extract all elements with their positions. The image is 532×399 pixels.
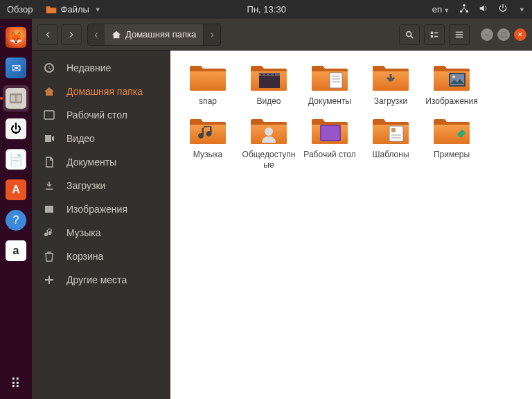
sidebar-item-desktop[interactable]: Рабочий стол [32,103,170,127]
svg-rect-2 [17,96,21,102]
chevron-down-icon: ▼ [95,6,101,13]
svg-point-14 [261,74,263,76]
folder-public[interactable]: Общедоступные [238,114,299,173]
folder-label: Документы [308,96,351,107]
dock-firefox[interactable]: 🦊 [3,24,29,51]
downloads-icon [43,179,55,192]
svg-rect-10 [456,36,463,37]
folder-icon [371,116,410,147]
sidebar-item-label: Домашняя папка [66,86,143,97]
sidebar-item-other[interactable]: Другие места [32,268,170,292]
svg-rect-27 [321,126,339,140]
sidebar-item-label: Недавние [66,62,111,73]
hamburger-button[interactable] [449,24,470,45]
folder-icon [188,116,227,147]
svg-rect-18 [330,73,342,88]
documents-icon [43,156,55,168]
svg-point-17 [274,74,275,76]
folder-music[interactable]: Музыка [177,114,238,173]
view-toggle-button[interactable] [424,24,445,45]
sidebar-item-home[interactable]: Домашняя папка [32,80,170,103]
folder-icon [432,116,471,147]
window-maximize[interactable]: ▢ [497,28,510,41]
folder-templates[interactable]: Шаблоны [360,114,421,173]
folder-desktop[interactable]: Рабочий стол [299,114,360,173]
window-minimize[interactable]: – [481,28,493,41]
folder-label: Загрузки [374,96,407,107]
app-menu-label: Файлы [61,4,89,15]
folder-pictures[interactable]: Изображения [421,60,482,109]
sidebar-item-pictures[interactable]: Изображения [32,197,170,221]
svg-rect-29 [391,128,396,132]
svg-point-3 [407,31,411,36]
sidebar-item-label: Загрузки [66,180,105,191]
dock-help[interactable]: ? [3,207,29,233]
sidebar-item-music[interactable]: Музыка [32,221,170,245]
folder-documents[interactable]: Документы [299,60,360,109]
folder-examples[interactable]: Примеры [421,114,482,173]
dock-amazon[interactable]: a [3,238,29,264]
svg-rect-4 [431,31,434,34]
window-close[interactable]: ✕ [514,28,526,41]
show-applications[interactable]: ⠿ [0,375,32,392]
chevron-down-icon: ▼ [519,6,525,13]
app-menu[interactable]: Файлы ▼ [46,4,101,15]
folder-label: Рабочий стол [303,150,355,160]
dock-files[interactable] [3,85,29,112]
folder-downloads[interactable]: Загрузки [360,60,421,109]
svg-rect-11 [44,111,54,119]
sidebar-item-trash[interactable]: Корзина [32,245,170,268]
path-segment-home[interactable]: Домашняя папка [105,24,204,45]
folder-icon [310,63,349,94]
clock[interactable]: Пн, 13:30 [107,4,427,15]
svg-point-15 [265,74,267,76]
folder-label: Общедоступные [240,150,298,170]
folder-label: Шаблоны [372,150,409,160]
svg-rect-1 [11,96,15,102]
pathbar[interactable]: ‹ Домашняя папка › [87,24,221,46]
activities-button[interactable]: Обзор [7,4,33,15]
sidebar-item-label: Другие места [66,274,127,285]
svg-point-16 [269,74,271,76]
input-lang[interactable]: en▼ [432,4,450,15]
svg-rect-5 [431,35,434,37]
svg-rect-6 [434,32,438,33]
search-button[interactable] [399,24,420,45]
folder-icon [432,63,471,94]
power-icon[interactable] [498,3,508,15]
dock-libreoffice[interactable]: 📄 [3,146,29,172]
desktop-icon [43,109,55,121]
sidebar-item-documents[interactable]: Документы [32,150,170,174]
sidebar: НедавниеДомашняя папкаРабочий столВидеоД… [32,51,170,399]
sidebar-item-downloads[interactable]: Загрузки [32,174,170,197]
recent-icon [43,62,55,74]
files-app-icon [46,5,57,15]
trash-icon [43,250,55,263]
dock-thunderbird[interactable]: ✉ [3,55,29,81]
dock-software[interactable]: A [3,177,29,203]
folder-videos[interactable]: Видео [238,60,299,109]
other-icon [43,274,55,286]
folder-icon [371,63,410,94]
dock-rhythmbox[interactable]: ⏻ [3,116,29,142]
sidebar-item-label: Видео [66,133,95,144]
videos-icon [43,132,55,145]
folder-label: Видео [256,96,281,107]
sidebar-item-recent[interactable]: Недавние [32,56,170,80]
music-icon [43,227,55,239]
volume-icon[interactable] [479,3,488,15]
folder-snap[interactable]: snap [177,60,238,109]
path-next-icon[interactable]: › [204,28,220,41]
folder-icon [310,116,349,147]
path-prev-icon[interactable]: ‹ [88,28,105,41]
svg-rect-8 [456,31,463,33]
content-area[interactable]: snap Видео Документы Загрузки Изображени… [170,51,532,399]
forward-button[interactable] [61,24,82,45]
folder-label: snap [199,96,217,107]
top-panel: Обзор Файлы ▼ Пн, 13:30 en▼ ▼ [0,0,532,19]
network-icon[interactable] [459,3,469,15]
sidebar-item-label: Корзина [66,251,103,262]
sidebar-item-videos[interactable]: Видео [32,127,170,150]
files-window: ‹ Домашняя папка › – ▢ ✕ НедавниеДомашня… [32,19,532,399]
back-button[interactable] [37,24,58,45]
